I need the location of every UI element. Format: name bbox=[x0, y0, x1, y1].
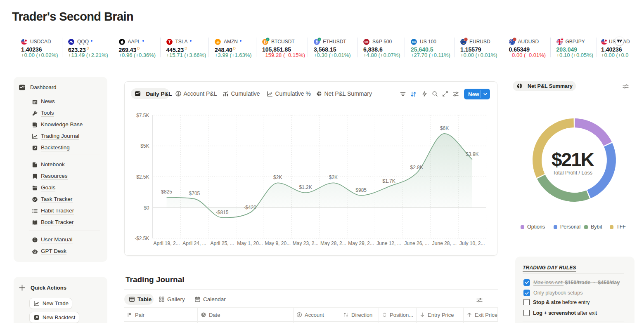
svg-text:$1.7K: $1.7K bbox=[382, 178, 395, 184]
svg-text:$0: $0 bbox=[144, 205, 149, 211]
svg-text:$2K: $2K bbox=[273, 174, 282, 180]
svg-text:May 29, 2...: May 29, 2... bbox=[348, 240, 374, 246]
svg-text:500: 500 bbox=[365, 40, 368, 43]
svg-text:July 10, 2...: July 10, 2... bbox=[459, 240, 485, 246]
svg-text:June 28, ...: June 28, ... bbox=[432, 240, 457, 246]
svg-text:-$420: -$420 bbox=[244, 205, 256, 210]
svg-text:May 28, 2...: May 28, 2... bbox=[320, 240, 346, 246]
svg-text:April 25, ...: April 25, ... bbox=[211, 240, 234, 246]
svg-text:$705: $705 bbox=[189, 191, 200, 196]
svg-text:June 26, ...: June 26, ... bbox=[405, 240, 429, 246]
svg-text:$3.9K: $3.9K bbox=[466, 151, 478, 157]
svg-text:$2K: $2K bbox=[329, 174, 338, 180]
svg-text:$2.5K: $2.5K bbox=[136, 174, 149, 180]
svg-text:June 12, ...: June 12, ... bbox=[376, 240, 401, 246]
svg-text:$1.2K: $1.2K bbox=[299, 184, 312, 190]
svg-text:May 1, 20...: May 1, 20... bbox=[237, 240, 263, 246]
svg-text:$5K: $5K bbox=[140, 143, 149, 149]
svg-text:$985: $985 bbox=[355, 187, 367, 193]
svg-text:May 23, 2...: May 23, 2... bbox=[293, 240, 319, 246]
svg-text:$825: $825 bbox=[161, 189, 172, 195]
svg-text:$6K: $6K bbox=[440, 125, 449, 131]
svg-text:April 19, 2...: April 19, 2... bbox=[154, 240, 180, 246]
svg-text:-$2.5K: -$2.5K bbox=[135, 236, 149, 241]
svg-text:$7.5K: $7.5K bbox=[136, 113, 149, 118]
svg-text:May 9, 20...: May 9, 20... bbox=[265, 240, 291, 246]
svg-text:April 24, ...: April 24, ... bbox=[182, 240, 206, 246]
svg-text:-$815: -$815 bbox=[216, 210, 229, 215]
svg-text:100: 100 bbox=[412, 40, 416, 43]
svg-text:$2.8K: $2.8K bbox=[410, 165, 423, 170]
